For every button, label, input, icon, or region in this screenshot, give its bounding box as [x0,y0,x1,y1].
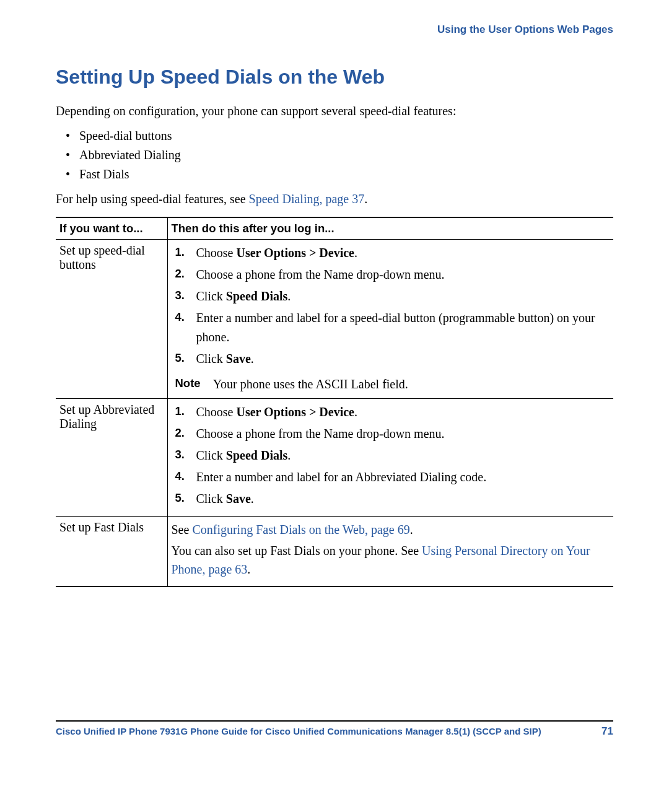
section-title: Setting Up Speed Dials on the Web [56,66,613,89]
list-item: Speed-dial buttons [79,126,613,146]
step: Choose a phone from the Name drop-down m… [172,424,609,443]
running-header: Using the User Options Web Pages [56,24,613,36]
page-footer: Cisco Unified IP Phone 7931G Phone Guide… [56,720,613,738]
step: Enter a number and label for an Abbrevia… [172,468,609,487]
page-number: 71 [601,725,613,738]
step: Enter a number and label for a speed-dia… [172,308,609,347]
intro-paragraph: Depending on configuration, your phone c… [56,102,613,120]
step: Click Save. [172,349,609,369]
step: Choose User Options > Device. [172,403,609,422]
table-row: Set up Fast Dials See Configuring Fast D… [56,517,613,587]
table-header: Then do this after you log in... [167,217,613,240]
post-list-paragraph: For help using speed-dial features, see … [56,190,613,208]
note-text: Your phone uses the ASCII Label field. [213,375,408,393]
note: Note Your phone uses the ASCII Label fie… [172,371,609,393]
cross-ref-link[interactable]: Configuring Fast Dials on the Web, page … [192,523,409,536]
list-item: Abbreviated Dialing [79,146,613,165]
procedure-table: If you want to... Then do this after you… [56,217,613,587]
step: Choose a phone from the Name drop-down m… [172,265,609,284]
table-cell: See Configuring Fast Dials on the Web, p… [167,517,613,587]
step: Click Save. [172,489,609,509]
paragraph: See Configuring Fast Dials on the Web, p… [172,520,609,539]
step-list: Choose User Options > Device. Choose a p… [172,243,609,369]
table-cell: Choose User Options > Device. Choose a p… [167,240,613,399]
text: For help using speed-dial features, see [56,192,249,206]
list-item: Fast Dials [79,165,613,184]
footer-title: Cisco Unified IP Phone 7931G Phone Guide… [56,726,541,736]
paragraph: You can also set up Fast Dials on your p… [172,541,609,578]
text: . [364,192,367,206]
step: Click Speed Dials. [172,446,609,465]
table-cell: Set up speed-dial buttons [56,240,167,399]
step: Click Speed Dials. [172,287,609,306]
table-row: Set up Abbreviated Dialing Choose User O… [56,399,613,517]
table-cell: Set up Fast Dials [56,517,167,587]
feature-list: Speed-dial buttons Abbreviated Dialing F… [56,126,613,184]
table-row: Set up speed-dial buttons Choose User Op… [56,240,613,399]
step-list: Choose User Options > Device. Choose a p… [172,403,609,509]
step: Choose User Options > Device. [172,243,609,263]
table-cell: Set up Abbreviated Dialing [56,399,167,517]
table-header: If you want to... [56,217,167,240]
table-cell: Choose User Options > Device. Choose a p… [167,399,613,517]
note-label: Note [172,375,201,393]
cross-ref-link[interactable]: Speed Dialing, page 37 [249,192,365,206]
